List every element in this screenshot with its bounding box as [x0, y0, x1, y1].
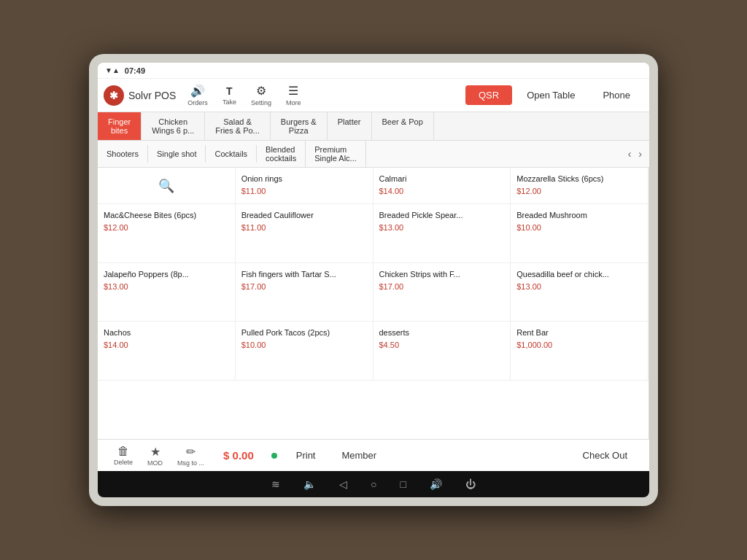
nav-icons: 🔊 Orders T Take ⚙ Setting ☰ More [187, 84, 301, 106]
item-price: $13.00 [379, 223, 505, 232]
more-icon: ☰ [288, 84, 298, 98]
item-name: Breaded Cauliflower [241, 210, 367, 220]
setting-icon: ⚙ [256, 84, 266, 98]
item-name: Nachos [104, 327, 229, 338]
menu-item-breaded-cauliflower[interactable]: Breaded Cauliflower $11.00 [236, 204, 374, 263]
checkout-button[interactable]: Check Out [570, 444, 640, 467]
menu-item-pulled-pork[interactable]: Pulled Pork Tacos (2pcs) $10.00 [236, 322, 374, 381]
cat-cocktails[interactable]: Cocktails [206, 145, 257, 163]
nav-orders[interactable]: 🔊 Orders [187, 84, 208, 106]
item-price: $11.00 [241, 223, 367, 232]
tab-open-table[interactable]: Open Table [514, 85, 588, 105]
cat-premium-single[interactable]: PremiumSingle Alc... [306, 141, 365, 167]
android-menu-icon[interactable]: ≋ [271, 478, 280, 490]
setting-label: Setting [251, 99, 271, 106]
status-bar: ▼▲ 07:49 [98, 63, 649, 79]
android-volume-up-icon[interactable]: 🔊 [430, 478, 442, 490]
nav-setting[interactable]: ⚙ Setting [251, 84, 271, 106]
menu-item-rent-bar[interactable]: Rent Bar $1,000.00 [511, 322, 649, 381]
take-label: Take [222, 98, 236, 106]
total-amount: $ 0.00 [223, 449, 254, 462]
item-name: Chicken Strips with F... [379, 269, 505, 279]
nav-take[interactable]: T Take [222, 85, 236, 106]
brand-logo: ✱ [104, 85, 124, 106]
search-cell[interactable]: 🔍 [98, 168, 236, 204]
delete-label: Delete [114, 459, 133, 466]
menu-item-onion-rings[interactable]: Onion rings $11.00 [236, 168, 374, 204]
android-power-icon[interactable]: ⏻ [465, 478, 476, 490]
menu-item-quesadilla[interactable]: Quesadilla beef or chick... $13.00 [511, 263, 649, 322]
item-name: Fish fingers with Tartar S... [241, 269, 367, 279]
item-price: $14.00 [379, 187, 505, 195]
orders-label: Orders [187, 99, 208, 106]
menu-item-breaded-pickle[interactable]: Breaded Pickle Spear... $13.00 [374, 204, 511, 263]
msg-icon: ✏ [186, 445, 196, 459]
tab-phone[interactable]: Phone [589, 85, 643, 105]
menu-grid: 🔍 Onion rings $11.00 Calmari $14.00 Mozz… [98, 168, 649, 439]
cat-chicken-wings[interactable]: ChickenWings 6 p... [142, 112, 205, 140]
item-price: $13.00 [104, 282, 229, 291]
android-back-icon[interactable]: ◁ [339, 478, 347, 490]
menu-item-breaded-mushroom[interactable]: Breaded Mushroom $10.00 [511, 204, 649, 263]
item-price: $10.00 [516, 223, 642, 232]
top-nav: ✱ Solvr POS 🔊 Orders T Take ⚙ Setting [98, 79, 649, 112]
item-price: $17.00 [241, 282, 367, 291]
msg-button[interactable]: ✏ Msg to ... [170, 445, 212, 467]
delete-icon: 🗑 [117, 445, 129, 458]
brand-name: Solvr POS [128, 90, 176, 101]
arrow-left-icon[interactable]: ‹ [625, 148, 635, 160]
status-indicator [271, 453, 277, 459]
cat-burgers-pizza[interactable]: Burgers &Pizza [271, 112, 328, 140]
print-button[interactable]: Print [283, 444, 329, 467]
item-price: $4.50 [379, 341, 505, 349]
android-home-icon[interactable]: ○ [371, 478, 376, 490]
nav-more[interactable]: ☰ More [286, 84, 301, 106]
clock: 07:49 [125, 66, 145, 75]
mod-button[interactable]: ★ MOD [140, 445, 170, 467]
cat-single-shot[interactable]: Single shot [148, 145, 206, 163]
menu-item-fish-fingers[interactable]: Fish fingers with Tartar S... $17.00 [236, 263, 374, 322]
take-icon: T [226, 85, 233, 97]
mod-label: MOD [147, 459, 163, 467]
arrow-right-icon[interactable]: › [635, 148, 645, 160]
item-price: $11.00 [241, 187, 367, 195]
cat-blended-cocktails[interactable]: Blendedcocktails [257, 141, 306, 167]
menu-item-nachos[interactable]: Nachos $14.00 [98, 322, 236, 381]
bottom-bar: 🗑 Delete ★ MOD ✏ Msg to ... $ 0.00 Print… [98, 439, 649, 471]
menu-item-jalapeno[interactable]: Jalapeño Poppers (8p... $13.00 [98, 263, 236, 322]
item-price: $12.00 [104, 223, 229, 232]
item-name: Calmari [379, 174, 505, 184]
menu-item-calmari[interactable]: Calmari $14.00 [374, 168, 511, 204]
item-price: $13.00 [516, 282, 642, 291]
item-price: $1,000.00 [516, 341, 642, 349]
item-price: $10.00 [241, 341, 367, 349]
mod-icon: ★ [150, 445, 160, 459]
android-recents-icon[interactable]: □ [400, 478, 406, 490]
item-name: desserts [379, 327, 505, 338]
member-button[interactable]: Member [328, 444, 390, 467]
cat-platter[interactable]: Platter [328, 112, 372, 140]
menu-item-mozzarella[interactable]: Mozzarella Sticks (6pcs) $12.00 [511, 168, 649, 204]
tablet-frame: ▼▲ 07:49 ✱ Solvr POS 🔊 Orders T Take [89, 54, 658, 506]
more-label: More [286, 99, 301, 106]
item-price: $12.00 [516, 187, 642, 195]
item-name: Jalapeño Poppers (8p... [104, 269, 229, 279]
menu-item-chicken-strips[interactable]: Chicken Strips with F... $17.00 [374, 263, 511, 322]
delete-button[interactable]: 🗑 Delete [107, 445, 140, 466]
android-volume-down-icon[interactable]: 🔈 [303, 478, 316, 490]
msg-label: Msg to ... [177, 459, 204, 467]
item-name: Pulled Pork Tacos (2pcs) [241, 327, 367, 338]
cat-finger-bites[interactable]: Fingerbites [98, 112, 142, 140]
cat-salad-fries[interactable]: Salad &Fries & Po... [205, 112, 271, 140]
tab-qsr[interactable]: QSR [465, 85, 512, 105]
tablet-screen: ▼▲ 07:49 ✱ Solvr POS 🔊 Orders T Take [98, 63, 649, 497]
item-price: $14.00 [104, 341, 229, 349]
item-name: Breaded Mushroom [516, 210, 642, 220]
cat-beer-pop[interactable]: Beer & Pop [372, 112, 434, 140]
menu-item-desserts[interactable]: desserts $4.50 [374, 322, 511, 381]
menu-item-mac-cheese[interactable]: Mac&Cheese Bites (6pcs) $12.00 [98, 204, 236, 263]
item-name: Quesadilla beef or chick... [516, 269, 642, 279]
item-name: Mac&Cheese Bites (6pcs) [104, 210, 229, 220]
cat-shooters[interactable]: Shooters [98, 145, 148, 163]
wifi-icon: ▼▲ [105, 66, 120, 74]
